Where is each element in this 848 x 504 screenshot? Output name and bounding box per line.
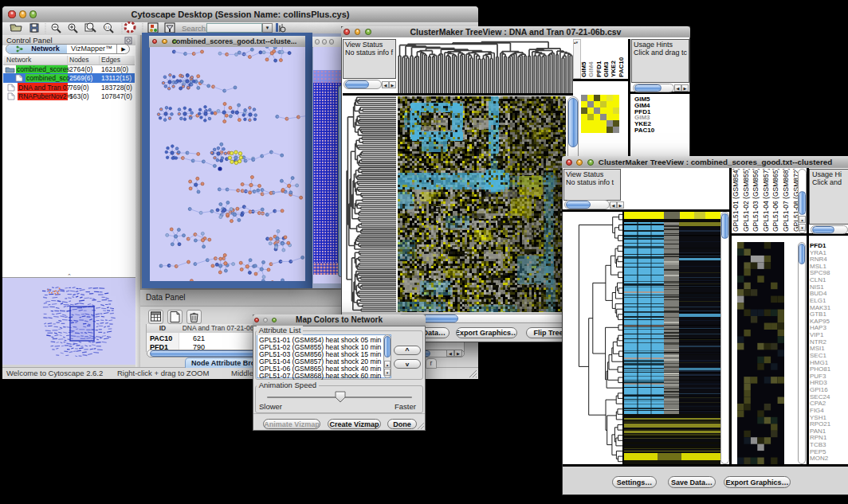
svg-text:GIM4: GIM4 [587,61,595,77]
svg-text:GPL51-07 (GSM868): GPL51-07 (GSM868) [782,169,790,232]
svg-text:GIM5: GIM5 [581,61,587,77]
svg-text:GIM3: GIM3 [603,61,610,77]
svg-text:GPL51-02 (GSM855): GPL51-02 (GSM855) [742,169,750,232]
svg-text:PFD1: PFD1 [595,61,603,77]
svg-text:GPL51-08 (GSM872): GPL51-08 (GSM872) [792,169,798,232]
svg-text:GPL51-04 (GSM857): GPL51-04 (GSM857) [762,169,770,232]
svg-text:GPL51-03 (GSM856): GPL51-03 (GSM856) [752,169,760,232]
svg-text:PAC10: PAC10 [618,57,625,77]
svg-text:GPL51-06 (GSM865): GPL51-06 (GSM865) [771,169,779,232]
svg-text:YKE2: YKE2 [610,61,617,77]
svg-text:GPL51-01 (GSM854): GPL51-01 (GSM854) [732,169,740,232]
svg-text:1:1: 1:1 [105,25,110,29]
